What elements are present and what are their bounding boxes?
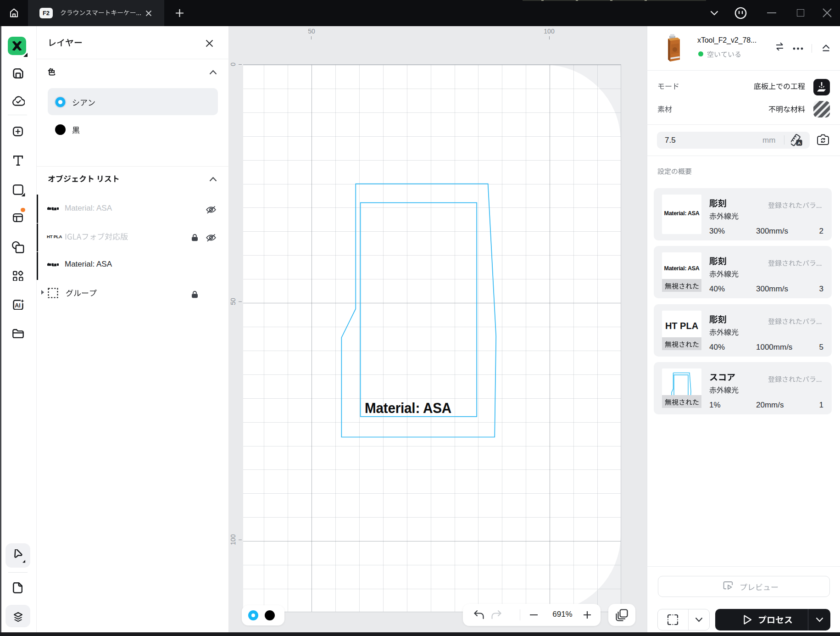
svg-text:A: A [798,140,801,145]
svg-text:Al: Al [15,302,21,309]
